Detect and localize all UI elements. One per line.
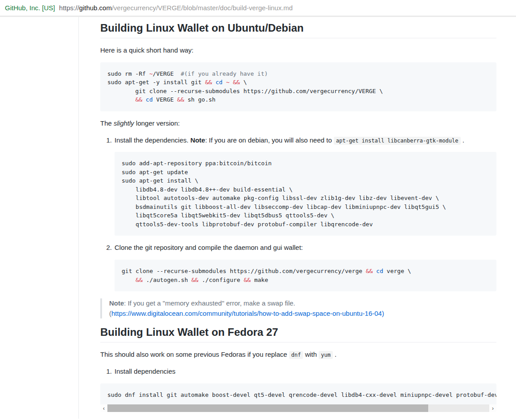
list-marker: 2. xyxy=(100,243,112,291)
list-item-text: Install dependencies xyxy=(115,367,496,376)
paragraph-shorthand: Here is a quick short hand way: xyxy=(100,45,496,55)
blockquote-line: Note: If you get a "memory exhausted" er… xyxy=(109,298,489,309)
note-blockquote: Note: If you get a "memory exhausted" er… xyxy=(100,298,496,318)
scrollbar-track[interactable] xyxy=(107,404,489,412)
digitalocean-swap-tutorial-link[interactable]: https://www.digitalocean.com/community/t… xyxy=(111,310,384,317)
ev-certificate-badge[interactable]: GitHub, Inc. [US] xyxy=(5,4,55,12)
heading-ubuntu-debian: Building Linux Wallet on Ubuntu/Debian xyxy=(100,21,496,38)
list-item-install-dependencies: 1. Install the dependencies. Note: If yo… xyxy=(100,135,496,236)
url-domain: github.com xyxy=(79,4,112,12)
code-line: sudo add-apt-repository ppa:bitcoin/bitc… xyxy=(122,159,489,168)
code-line: sudo dnf install git automake boost-deve… xyxy=(107,391,489,400)
list-marker: 1. xyxy=(100,135,112,236)
scroll-right-icon[interactable]: › xyxy=(489,404,496,412)
horizontal-scrollbar[interactable]: ‹ › xyxy=(100,404,496,412)
code-line: sudo apt-get update xyxy=(122,168,489,177)
code-block-shorthand: sudo rm -Rf ~/VERGE #(if you already hav… xyxy=(100,62,496,111)
ubuntu-steps-list: 1. Install the dependencies. Note: If yo… xyxy=(100,135,496,292)
inline-code: apt-get install libcanberra-gtk-module xyxy=(334,137,461,145)
heading-fedora: Building Linux Wallet on Fedora 27 xyxy=(100,326,496,343)
blockquote-line: (https://www.digitalocean.com/community/… xyxy=(109,309,489,319)
code-line: sudo apt-get install \ xyxy=(122,176,489,185)
list-item-install-dependencies-fedora: 1. Install dependencies xyxy=(100,367,496,376)
code-block-apt-dependencies: sudo add-apt-repository ppa:bitcoin/bitc… xyxy=(115,152,496,236)
code-line: && cd VERGE && sh go.sh xyxy=(107,95,489,104)
code-block-git-clone: git clone --recurse-submodules https://g… xyxy=(115,260,496,291)
code-block-dnf-dependencies: sudo dnf install git automake boost-deve… xyxy=(100,383,496,412)
code-line: qttools5-dev-tools libprotobuf-dev proto… xyxy=(122,220,489,229)
list-marker: 1. xyxy=(100,367,112,376)
browser-address-bar[interactable]: GitHub, Inc. [US] https://github.com/ver… xyxy=(0,0,516,17)
url-scheme: https:// xyxy=(59,4,79,12)
scrollbar-thumb[interactable] xyxy=(107,404,428,412)
fedora-steps-list: 1. Install dependencies xyxy=(100,367,496,376)
list-item-clone-compile: 2. Clone the git repository and compile … xyxy=(100,243,496,291)
markdown-body: Building Linux Wallet on Ubuntu/Debian H… xyxy=(78,17,496,419)
paragraph-longer-version: The slightly longer version: xyxy=(100,118,496,128)
left-gutter xyxy=(0,17,78,419)
scroll-left-icon[interactable]: ‹ xyxy=(100,404,107,412)
code-line: sudo rm -Rf ~/VERGE #(if you already hav… xyxy=(107,69,489,78)
code-line: git clone --recurse-submodules https://g… xyxy=(122,267,489,276)
inline-code: dnf xyxy=(289,351,303,359)
code-line: libqt5core5a libqt5webkit5-dev libqt5dbu… xyxy=(122,211,489,220)
url-text[interactable]: https://github.com/vergecurrency/VERGE/b… xyxy=(59,4,293,12)
paragraph-fedora: This should also work on some previous F… xyxy=(100,350,496,359)
code-line: && ./autogen.sh && ./configure && make xyxy=(122,276,489,285)
url-path: /vergecurrency/VERGE/blob/master/doc/bui… xyxy=(112,4,293,12)
list-item-text: Clone the git repository and compile the… xyxy=(115,243,496,253)
inline-code: yum xyxy=(319,351,333,359)
list-item-text: Install the dependencies. Note: If you a… xyxy=(115,135,496,145)
code-line: bsdmainutils git libboost-all-dev libsec… xyxy=(122,203,489,212)
code-line: libtool autotools-dev automake pkg-confi… xyxy=(122,194,489,203)
code-line: sudo apt-get -y install git && cd ~ && \ xyxy=(107,78,489,87)
code-line: libdb4.8-dev libdb4.8++-dev build-essent… xyxy=(122,185,489,194)
page-body: Building Linux Wallet on Ubuntu/Debian H… xyxy=(0,17,516,419)
code-line: git clone --recurse-submodules https://g… xyxy=(107,87,489,96)
